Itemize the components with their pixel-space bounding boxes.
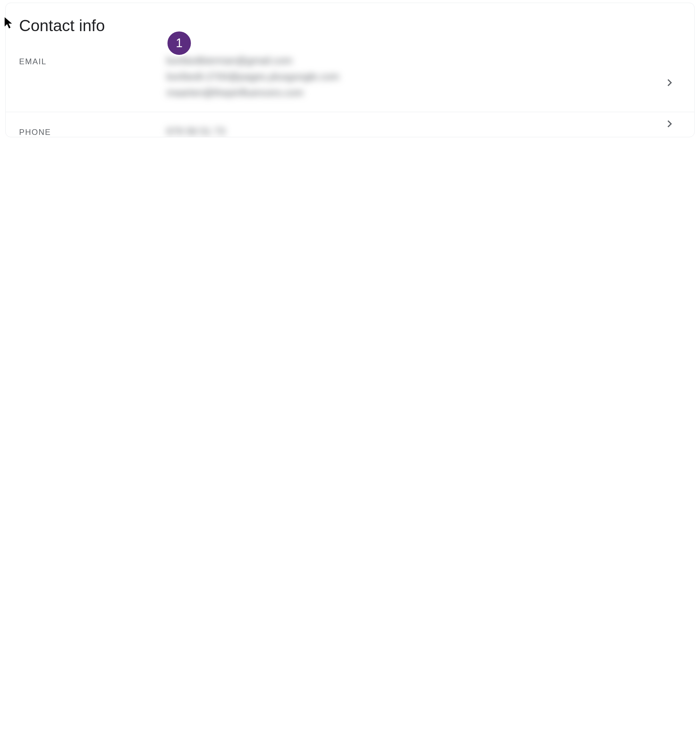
- email-value: boribedbierman@gmail.com: [166, 55, 674, 66]
- phone-label: PHONE: [19, 126, 166, 137]
- chevron-right-icon: [665, 78, 674, 89]
- phone-value: 679 56 51 73: [166, 126, 674, 137]
- email-label: EMAIL: [19, 55, 166, 66]
- email-row[interactable]: EMAIL boribedbierman@gmail.com boribedt-…: [6, 55, 694, 112]
- chevron-right-icon: [665, 119, 674, 130]
- cursor-icon: [4, 17, 14, 31]
- page-title: Contact info: [19, 16, 694, 35]
- phone-values: 679 56 51 73: [166, 126, 674, 137]
- email-values: boribedbierman@gmail.com boribedt-2700@p…: [166, 55, 674, 98]
- contact-info-card: Contact info EMAIL boribedbierman@gmail.…: [5, 3, 695, 137]
- email-value: boribedt-2700@pages.plusgoogle.com: [166, 71, 674, 82]
- email-value: maarten@thepinfluencers.com: [166, 87, 674, 98]
- step-badge-1: 1: [166, 30, 192, 56]
- phone-row[interactable]: PHONE 679 56 51 73: [6, 112, 694, 137]
